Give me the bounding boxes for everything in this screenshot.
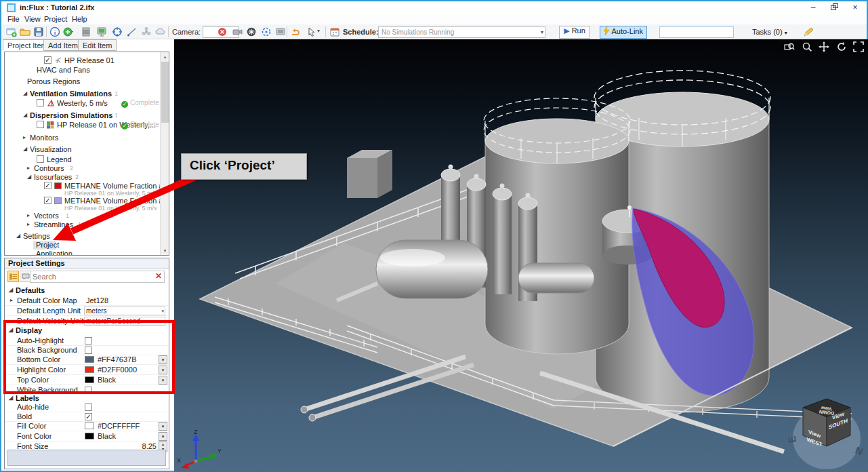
expander-icon[interactable]: ◢ xyxy=(27,174,31,180)
add-item-icon[interactable] xyxy=(63,26,74,37)
setting-row[interactable]: Bold✓ xyxy=(5,412,169,422)
tree-item-hvac[interactable]: HVAC and Fans xyxy=(5,66,159,75)
scene-canvas[interactable]: E N View DOWN View WEST View SOUTH Z Y xyxy=(174,39,868,472)
checkbox[interactable] xyxy=(37,121,44,128)
checkbox[interactable]: ✓ xyxy=(44,197,51,204)
tasks-dropdown[interactable]: Tasks (0) ▾ xyxy=(752,28,787,36)
minimize-button[interactable]: – xyxy=(803,1,823,14)
tree-subcaption: HP Release 01 on Westerly, 5 m/s xyxy=(64,190,157,197)
pan-icon[interactable] xyxy=(819,41,829,52)
expander-icon[interactable]: ▸ xyxy=(23,134,26,140)
origin-target-icon[interactable] xyxy=(112,26,123,37)
expander-icon[interactable]: ◢ xyxy=(16,233,20,239)
orbit-icon[interactable] xyxy=(261,26,272,37)
length-unit-select[interactable]: meters▾ xyxy=(84,307,165,315)
color-swatch xyxy=(85,433,94,439)
checkbox[interactable] xyxy=(85,404,92,411)
tree-item-application[interactable]: Application xyxy=(5,250,159,256)
expander-icon[interactable]: ◢ xyxy=(23,90,27,96)
scrollbar-thumb[interactable] xyxy=(161,62,169,123)
open-project-icon[interactable] xyxy=(20,26,30,37)
setting-row[interactable]: ▸Default Color MapJet128 xyxy=(5,296,169,306)
tree-section-isosurfaces[interactable]: ◢ Isosurfaces2 xyxy=(5,173,159,182)
viewport-capture-icon[interactable] xyxy=(275,26,286,37)
expander-icon[interactable]: ▸ xyxy=(27,212,30,218)
viewport-3d[interactable]: E N View DOWN View WEST View SOUTH Z Y xyxy=(174,39,868,472)
tab-edit-item[interactable]: Edit Item xyxy=(78,39,117,51)
settings-search[interactable]: ✕ xyxy=(30,271,165,283)
setting-row[interactable]: Default Length Unitmeters▾ xyxy=(5,306,169,316)
complete-badge: ✓Complete xyxy=(121,121,159,130)
info-icon[interactable]: i xyxy=(49,26,60,37)
menu-project[interactable]: Project xyxy=(44,15,67,23)
section-defaults[interactable]: ◢Defaults xyxy=(5,286,169,296)
setting-row[interactable]: Font ColorBlack▾ xyxy=(5,431,169,441)
tree-item-project[interactable]: Project xyxy=(5,241,159,250)
search-clear-icon[interactable]: ✕ xyxy=(155,271,162,281)
menu-help[interactable]: Help xyxy=(72,15,87,23)
setting-row[interactable]: Fill Color#DCFFFFFF▾ xyxy=(5,421,169,431)
menu-file[interactable]: File xyxy=(7,15,20,23)
checkbox[interactable]: ✓ xyxy=(85,413,92,420)
tab-add-item[interactable]: Add Item xyxy=(43,39,83,51)
tree-section-ventilation[interactable]: ◢ Ventilation Simulations1 xyxy=(5,90,159,98)
expander-icon[interactable]: ▸ xyxy=(27,165,30,171)
category-view-icon[interactable] xyxy=(7,271,19,282)
tree-section-vectors[interactable]: ▸ Vectors1 xyxy=(5,212,159,220)
domain-icon[interactable] xyxy=(81,26,91,37)
tree-item-hp-on-westerly[interactable]: HP Release 01 on Westerly,... ✓Complete xyxy=(5,121,159,130)
tree-item-hp-release[interactable]: ✓ HP Release 01 xyxy=(5,56,159,65)
fan-icon[interactable] xyxy=(141,26,152,37)
tree-section-contours[interactable]: ▸ Contours2 xyxy=(5,164,159,173)
tree-section-settings[interactable]: ◢ Settings xyxy=(5,232,159,241)
pencil-icon[interactable] xyxy=(803,26,814,37)
schedule-select[interactable]: No Simulations Running▾ xyxy=(378,26,545,38)
fit-view-icon[interactable] xyxy=(853,41,864,52)
rotate-icon[interactable] xyxy=(836,41,847,52)
expander-icon: ◢ xyxy=(9,395,13,401)
expander-icon[interactable]: ◢ xyxy=(23,112,27,118)
setting-row[interactable]: Auto-hide xyxy=(5,402,169,412)
tree-subcaption: HP Release 01 on Westerly, 5 m/s xyxy=(64,205,157,212)
delete-camera-icon[interactable] xyxy=(217,26,228,37)
horizontal-vessel-large xyxy=(376,240,488,298)
cloud-icon[interactable] xyxy=(155,26,166,37)
pointer-icon[interactable] xyxy=(306,26,317,37)
checkbox[interactable]: ✓ xyxy=(44,182,51,189)
zoom-icon[interactable] xyxy=(802,41,812,52)
camera-icon[interactable] xyxy=(232,26,243,37)
reset-view-icon[interactable] xyxy=(246,26,257,37)
tree-item-porous[interactable]: Porous Regions xyxy=(5,77,159,86)
checkbox[interactable]: ✓ xyxy=(44,56,51,64)
tree-section-visualization[interactable]: ◢ Visualization xyxy=(5,145,159,154)
project-tree: ✓ HP Release 01 HVAC and Fans Porous Reg… xyxy=(4,52,169,256)
dropdown-button[interactable]: ▾ xyxy=(159,422,167,431)
new-project-icon[interactable] xyxy=(6,26,17,37)
camera-path-icon[interactable] xyxy=(291,26,302,37)
checkbox[interactable] xyxy=(37,99,44,106)
tree-item-legend[interactable]: Legend xyxy=(5,155,159,164)
tree-section-monitors[interactable]: ▸ Monitors xyxy=(5,134,159,142)
tree-item-westerly[interactable]: Westerly, 5 m/s ✓Complete xyxy=(5,99,159,108)
monitor-screen-icon[interactable] xyxy=(96,26,107,37)
zoom-window-icon[interactable] xyxy=(784,41,795,52)
autolink-button[interactable]: Auto-Link xyxy=(600,26,647,39)
save-icon[interactable] xyxy=(33,26,44,37)
scroll-up-icon[interactable]: ▴ xyxy=(161,52,169,61)
notes-input[interactable] xyxy=(659,26,734,38)
expander-icon[interactable]: ◢ xyxy=(23,146,27,152)
dropdown-button[interactable]: ▾ xyxy=(159,432,167,441)
checkbox[interactable] xyxy=(37,155,44,163)
search-input[interactable] xyxy=(33,272,151,281)
tree-section-dispersion[interactable]: ◢ Dispersion Simulations1 xyxy=(5,111,159,120)
measure-line-icon[interactable] xyxy=(127,26,138,37)
close-button[interactable]: × xyxy=(845,1,865,14)
pointer-caret[interactable]: ▾ xyxy=(317,28,320,34)
menu-view[interactable]: View xyxy=(24,15,41,23)
expander-icon[interactable]: ▸ xyxy=(27,221,30,227)
restore-button[interactable] xyxy=(824,1,844,14)
scroll-down-icon[interactable]: ▾ xyxy=(161,246,169,255)
run-button[interactable]: ▶ Run xyxy=(559,26,590,39)
tree-section-streamlines[interactable]: ▸ Streamlines1 xyxy=(5,220,159,229)
tree-scrollbar[interactable]: ▴ ▾ xyxy=(160,52,169,255)
